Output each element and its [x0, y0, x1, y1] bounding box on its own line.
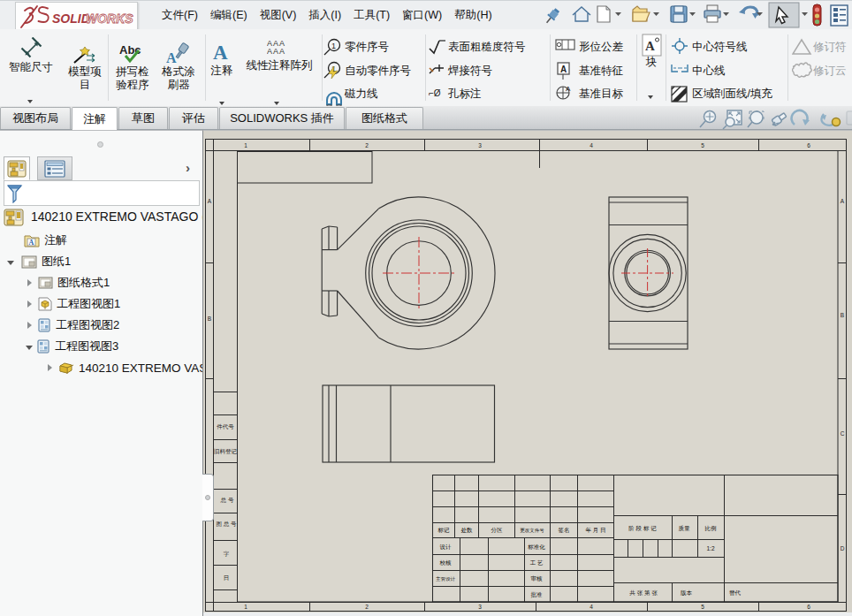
svg-text:主管设计: 主管设计: [436, 576, 456, 582]
svg-text:处数: 处数: [461, 527, 474, 534]
svg-text:审核: 审核: [531, 575, 544, 582]
svg-text:6: 6: [807, 604, 810, 610]
svg-text:A: A: [841, 198, 845, 204]
svg-text:⌐Ø: ⌐Ø: [429, 88, 441, 98]
svg-text:阶 段 标 记: 阶 段 标 记: [628, 525, 657, 532]
svg-text:C: C: [841, 430, 845, 437]
svg-text:质量: 质量: [679, 525, 691, 531]
svg-text:标记: 标记: [437, 527, 451, 534]
svg-text:1: 1: [244, 142, 247, 148]
svg-text:B: B: [208, 316, 211, 322]
svg-text:总 号: 总 号: [220, 497, 234, 503]
svg-text:1: 1: [244, 604, 247, 610]
svg-text:图 总 号: 图 总 号: [216, 521, 237, 527]
svg-text:日: 日: [224, 574, 230, 581]
svg-text:工 艺: 工 艺: [530, 559, 544, 566]
svg-text:A: A: [213, 42, 228, 62]
svg-text:1: 1: [331, 42, 336, 50]
svg-text:A: A: [208, 198, 212, 204]
svg-text:3: 3: [478, 142, 482, 148]
svg-text:比例: 比例: [705, 525, 717, 532]
svg-text:3: 3: [478, 604, 482, 610]
svg-text:A: A: [566, 85, 571, 93]
svg-text:4: 4: [590, 142, 593, 148]
svg-text:替代: 替代: [729, 589, 742, 597]
svg-text:件代号: 件代号: [217, 423, 234, 430]
svg-text:设计: 设计: [440, 544, 453, 550]
svg-text:5: 5: [701, 142, 704, 148]
svg-text:签名: 签名: [559, 527, 570, 534]
svg-text:A: A: [560, 65, 567, 74]
svg-text:A: A: [29, 239, 34, 247]
svg-text:旧料登记: 旧料登记: [214, 448, 238, 455]
svg-text:AAA: AAA: [267, 47, 285, 55]
svg-text:共 张 第 张: 共 张 第 张: [629, 589, 658, 597]
svg-text:字: 字: [224, 551, 230, 557]
svg-text:版本: 版本: [681, 589, 693, 597]
svg-text:6: 6: [807, 142, 810, 148]
svg-text:标准化: 标准化: [527, 544, 545, 551]
svg-text:WORKS: WORKS: [86, 11, 133, 26]
svg-text:校核: 校核: [439, 559, 453, 566]
svg-text:2: 2: [365, 604, 369, 610]
svg-text:4: 4: [590, 604, 593, 610]
svg-text:SOLID: SOLID: [52, 11, 90, 26]
svg-text:A: A: [645, 39, 655, 53]
svg-text:B: B: [841, 312, 844, 318]
svg-text:更改文件号: 更改文件号: [520, 528, 544, 533]
svg-text:5: 5: [701, 604, 704, 610]
svg-text:1:2: 1:2: [706, 545, 714, 551]
svg-text:批准: 批准: [531, 591, 544, 598]
svg-text:2: 2: [365, 142, 369, 148]
svg-text:D: D: [841, 545, 845, 551]
svg-text:年 月 日: 年 月 日: [585, 527, 605, 534]
svg-text:A: A: [166, 50, 177, 65]
svg-text:分区: 分区: [491, 527, 504, 533]
